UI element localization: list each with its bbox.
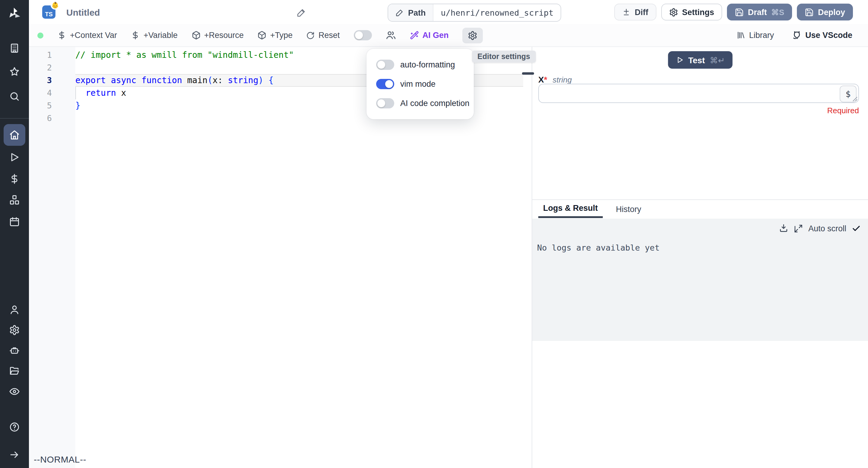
sidebar	[0, 0, 29, 468]
windmill-script-editor: TS 👶 Untitled Path u/henri/renowned_scri…	[0, 0, 868, 468]
sidebar-item-search[interactable]	[0, 91, 29, 102]
pencil-icon	[396, 8, 404, 17]
diff-label: Diff	[635, 7, 648, 16]
edit-summary-pencil-icon[interactable]	[297, 8, 306, 18]
package-icon	[191, 31, 200, 40]
save-icon	[805, 7, 814, 16]
draft-button[interactable]: Draft ⌘S	[727, 4, 792, 21]
windmill-logo-icon[interactable]	[7, 6, 22, 22]
auto-formatting-toggle[interactable]	[376, 60, 394, 70]
add-resource-button[interactable]: +Resource	[191, 31, 244, 40]
library-label: Library	[749, 31, 774, 40]
sidebar-item-runs[interactable]	[0, 152, 29, 163]
sidebar-item-schedules[interactable]	[0, 216, 29, 227]
resize-grip-icon[interactable]	[852, 96, 858, 102]
reset-button[interactable]: Reset	[307, 31, 340, 40]
github-icon	[792, 30, 802, 40]
argument-label-row: x* string	[538, 74, 572, 85]
path-label: Path	[408, 8, 426, 17]
auto-formatting-label: auto-formatting	[400, 60, 455, 69]
wand-sparkles-icon	[410, 31, 418, 40]
test-shortcut: ⌘↵	[710, 55, 725, 65]
setting-auto-formatting: auto-formatting	[376, 60, 474, 70]
sidebar-divider	[0, 118, 29, 119]
sidebar-item-help[interactable]	[0, 422, 29, 432]
sidebar-expand-icon[interactable]	[0, 449, 29, 460]
editor-settings-tooltip: Editor settings	[472, 51, 535, 63]
draft-shortcut: ⌘S	[771, 7, 784, 16]
path-control[interactable]: Path u/henri/renowned_script	[388, 4, 561, 22]
splitter-handle[interactable]	[522, 72, 534, 75]
add-type-button[interactable]: +Type	[258, 31, 293, 40]
deploy-button[interactable]: Deploy	[797, 4, 853, 21]
run-panel: Test ⌘↵ x* string $ Required Logs & Resu…	[532, 46, 868, 468]
dollar-icon	[57, 31, 66, 40]
add-resource-label: +Resource	[204, 31, 244, 40]
play-icon	[675, 56, 683, 64]
argument-input[interactable]: $	[538, 84, 859, 103]
test-label: Test	[688, 55, 705, 65]
use-vscode-button[interactable]: Use VScode	[792, 30, 852, 40]
language-ready-dot	[37, 32, 43, 38]
required-asterisk: *	[544, 75, 547, 84]
diff-icon	[622, 8, 630, 16]
logs-area: Auto scroll No logs are available yet	[532, 219, 868, 341]
no-logs-message: No logs are available yet	[537, 243, 659, 253]
sidebar-item-settings[interactable]	[0, 325, 29, 335]
setting-ai-code-completion: AI code completion	[376, 98, 474, 108]
vim-mode-toggle[interactable]	[376, 79, 394, 89]
vim-status: --NORMAL--	[34, 454, 86, 464]
sidebar-item-resources[interactable]	[0, 195, 29, 205]
settings-label: Settings	[682, 7, 714, 16]
sidebar-item-favorites[interactable]	[0, 66, 29, 77]
diff-button[interactable]: Diff	[614, 4, 656, 21]
add-variable-label: +Variable	[144, 31, 178, 40]
test-button[interactable]: Test ⌘↵	[668, 51, 733, 69]
gear-icon	[669, 7, 678, 16]
reset-label: Reset	[318, 31, 340, 40]
sidebar-item-home[interactable]	[4, 124, 25, 146]
vim-mode-label: vim mode	[400, 79, 435, 89]
sidebar-item-audit-logs[interactable]	[0, 386, 29, 397]
editor-toolbar: +Context Var +Variable +Resource +Type R…	[29, 24, 868, 47]
path-label-section: Path	[388, 4, 434, 21]
sidebar-item-workers[interactable]	[0, 345, 29, 356]
tab-logs-result[interactable]: Logs & Result	[538, 200, 603, 218]
draft-label: Draft	[748, 7, 767, 16]
package-icon	[258, 31, 267, 40]
ai-gen-label: AI Gen	[422, 31, 448, 40]
ai-gen-button[interactable]: AI Gen	[410, 31, 448, 40]
add-variable-button[interactable]: +Variable	[131, 31, 178, 40]
required-hint: Required	[827, 106, 859, 115]
download-logs-icon[interactable]	[779, 224, 788, 233]
settings-button[interactable]: Settings	[661, 4, 722, 21]
deploy-label: Deploy	[818, 7, 845, 16]
multiplayer-users-icon[interactable]	[385, 30, 396, 40]
splitter-gutter[interactable]	[523, 46, 532, 468]
library-button[interactable]: Library	[736, 31, 774, 40]
badge-emoji: 👶	[51, 1, 60, 10]
editor-settings-dropdown: auto-formatting vim mode AI code complet…	[367, 49, 474, 119]
sidebar-item-variables[interactable]	[0, 173, 29, 184]
tab-history[interactable]: History	[611, 200, 646, 218]
page-title: Untitled	[66, 7, 100, 18]
expand-logs-icon[interactable]	[794, 224, 803, 233]
argument-type: string	[553, 75, 572, 84]
multiplayer-toggle[interactable]	[353, 30, 372, 40]
argument-name: x	[538, 75, 544, 84]
setting-vim-mode: vim mode	[376, 79, 474, 89]
refresh-icon	[307, 31, 315, 39]
add-type-label: +Type	[270, 31, 293, 40]
check-icon[interactable]	[852, 224, 861, 233]
sidebar-item-folders[interactable]	[0, 366, 29, 376]
add-context-var-label: +Context Var	[70, 31, 117, 40]
library-icon	[736, 31, 745, 40]
sidebar-item-workspace[interactable]	[0, 43, 29, 54]
add-context-var-button[interactable]: +Context Var	[57, 31, 117, 40]
sidebar-item-users[interactable]	[0, 304, 29, 315]
editor-settings-button[interactable]	[462, 27, 483, 43]
use-vscode-label: Use VScode	[805, 31, 852, 40]
ai-code-completion-toggle[interactable]	[376, 98, 394, 108]
save-icon	[735, 7, 744, 16]
logs-result-section: Logs & Result History Auto scroll No log…	[532, 199, 868, 468]
